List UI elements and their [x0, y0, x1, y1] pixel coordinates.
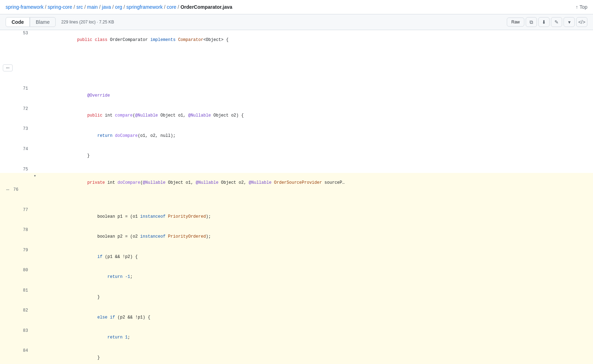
line-number: 53 — [0, 30, 31, 50]
chevron-down-icon: ▾ — [568, 19, 571, 25]
line-code — [39, 166, 593, 173]
sep-8: / — [178, 4, 179, 10]
table-row: 75 — [0, 166, 593, 173]
breadcrumb-springframework[interactable]: springframework — [126, 4, 162, 10]
table-row: 73 return doCompare(o1, o2, null); — [0, 126, 593, 146]
breadcrumb-spring-framework[interactable]: spring-framework — [6, 4, 43, 10]
breadcrumb-filename: OrderComparator.java — [180, 4, 232, 10]
table-row: 77 boolean p1 = (o1 instanceof PriorityO… — [0, 207, 593, 227]
line-expand — [31, 348, 39, 364]
table-row-ellipsis: ··· — [0, 50, 593, 86]
line-number: 72 — [0, 106, 31, 126]
breadcrumb-src[interactable]: src — [76, 4, 83, 10]
expand-lines-button[interactable]: ··· — [3, 64, 13, 71]
line-number: 78 — [0, 227, 31, 247]
table-row: ··· 76 ▾ private int doCompare(@Nullable… — [0, 173, 593, 207]
pencil-icon: ✎ — [554, 19, 559, 25]
breadcrumb-spring-core[interactable]: spring-core — [48, 4, 72, 10]
line-expand — [31, 247, 39, 267]
line-code: } — [39, 146, 593, 166]
top-arrow-icon: ↑ — [575, 4, 578, 10]
sep-5: / — [112, 4, 114, 10]
line-number: 84 — [0, 348, 31, 364]
raw-button[interactable]: Raw — [507, 18, 524, 27]
download-icon: ⬇ — [542, 19, 546, 25]
breadcrumb-main[interactable]: main — [87, 4, 98, 10]
table-row: 80 return -1; — [0, 267, 593, 287]
breadcrumb-java[interactable]: java — [102, 4, 111, 10]
line-number: 81 — [0, 287, 31, 308]
line-number: 71 — [0, 85, 31, 106]
line-code: else if (p2 && !p1) { — [39, 307, 593, 328]
code-table: 53 public class OrderComparator implemen… — [0, 30, 593, 364]
line-number: 82 — [0, 307, 31, 328]
file-meta: 229 lines (207 loc) · 7.25 KB — [61, 20, 114, 24]
edit-button[interactable]: ✎ — [551, 17, 562, 27]
file-toolbar-left: Code Blame 229 lines (207 loc) · 7.25 KB — [6, 17, 114, 27]
code-tab[interactable]: Code — [6, 17, 30, 27]
sep-1: / — [45, 4, 46, 10]
line-number: 77 — [0, 207, 31, 227]
table-row: 84 } — [0, 348, 593, 364]
header: spring-framework / spring-core / src / m… — [0, 0, 593, 14]
table-row: 74 } — [0, 146, 593, 166]
line-expand — [31, 126, 39, 146]
line-number: 75 — [0, 166, 31, 173]
line-code: return doCompare(o1, o2, null); — [39, 126, 593, 146]
top-label: Top — [579, 4, 587, 10]
table-row: 78 boolean p2 = (o2 instanceof PriorityO… — [0, 227, 593, 247]
blame-tab[interactable]: Blame — [30, 17, 56, 27]
line-expand — [31, 307, 39, 328]
sep-7: / — [164, 4, 165, 10]
line-expand — [31, 287, 39, 308]
line-number: 79 — [0, 247, 31, 267]
line-code: if (p1 && !p2) { — [39, 247, 593, 267]
line-code: return -1; — [39, 267, 593, 287]
symbol-button[interactable]: </> — [576, 17, 587, 27]
table-row: 83 return 1; — [0, 328, 593, 348]
top-link[interactable]: ↑ Top — [575, 4, 587, 10]
file-toolbar-right: Raw ⧉ ⬇ ✎ ▾ </> — [507, 17, 587, 27]
line-expand — [31, 166, 39, 173]
line-expand — [31, 267, 39, 287]
breadcrumb-org[interactable]: org — [115, 4, 122, 10]
line-code: boolean p2 = (o2 instanceof PriorityOrde… — [39, 227, 593, 247]
line-code: public int compare(@Nullable Object o1, … — [39, 106, 593, 126]
line-code: @Override — [39, 85, 593, 106]
more-options-button[interactable]: ▾ — [564, 17, 575, 27]
line-expand — [31, 227, 39, 247]
symbol-icon: </> — [578, 19, 585, 25]
line-number: 73 — [0, 126, 31, 146]
breadcrumb: spring-framework / spring-core / src / m… — [6, 4, 232, 10]
line-expand — [31, 106, 39, 126]
sep-4: / — [99, 4, 101, 10]
line-number: 74 — [0, 146, 31, 166]
table-row: 79 if (p1 && !p2) { — [0, 247, 593, 267]
table-row: 71 @Override — [0, 85, 593, 106]
line-code: boolean p1 = (o1 instanceof PriorityOrde… — [39, 207, 593, 227]
line-expand — [31, 30, 39, 50]
line-expand-chevron[interactable]: ▾ — [31, 173, 39, 207]
sep-3: / — [84, 4, 86, 10]
copy-button[interactable]: ⧉ — [526, 17, 537, 27]
table-row: 53 public class OrderComparator implemen… — [0, 30, 593, 50]
line-code: } — [39, 348, 593, 364]
line-code: } — [39, 287, 593, 308]
line-expand — [31, 85, 39, 106]
line-expand — [31, 328, 39, 348]
download-button[interactable]: ⬇ — [538, 17, 550, 27]
table-row: 81 } — [0, 287, 593, 308]
copy-icon: ⧉ — [530, 19, 533, 25]
line-code: return 1; — [39, 328, 593, 348]
breadcrumb-core[interactable]: core — [167, 4, 176, 10]
file-toolbar: Code Blame 229 lines (207 loc) · 7.25 KB… — [0, 14, 593, 30]
table-row: 72 public int compare(@Nullable Object o… — [0, 106, 593, 126]
expand-lines-button-76[interactable]: ··· — [3, 186, 13, 193]
sep-2: / — [74, 4, 75, 10]
line-number: ··· 76 — [0, 173, 31, 207]
line-code: public class OrderComparator implements … — [39, 30, 593, 50]
line-code: private int doCompare(@Nullable Object o… — [39, 173, 593, 207]
code-container: 53 public class OrderComparator implemen… — [0, 30, 593, 364]
line-number: 80 — [0, 267, 31, 287]
table-row: 82 else if (p2 && !p1) { — [0, 307, 593, 328]
